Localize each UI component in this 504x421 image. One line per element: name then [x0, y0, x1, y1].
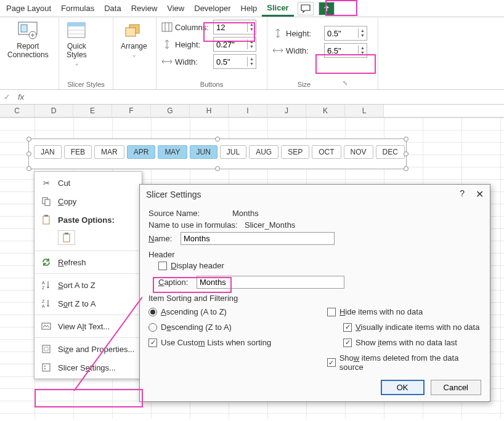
- dialog-title: Slicer Settings: [146, 190, 201, 199]
- col-header[interactable]: F: [112, 105, 151, 117]
- name-input[interactable]: [181, 232, 335, 245]
- settings-icon: [41, 362, 52, 373]
- visually-indicate-checkbox[interactable]: ✓: [343, 323, 352, 332]
- header-section-label: Header: [148, 250, 481, 259]
- slicer-item[interactable]: MAY: [158, 145, 187, 159]
- slicer-item[interactable]: OCT: [312, 145, 341, 159]
- menu-copy[interactable]: Copy: [35, 192, 142, 210]
- report-connections-icon: [18, 21, 38, 41]
- slicer-item[interactable]: JUL: [220, 145, 246, 159]
- menu-sort-az[interactable]: AZSort A to Z: [35, 276, 142, 294]
- size-width-spinner[interactable]: ▲▼: [324, 43, 367, 58]
- tab-slicer[interactable]: Slicer: [262, 1, 293, 17]
- comments-button[interactable]: [298, 2, 314, 15]
- button-width-spinner[interactable]: ▲▼: [213, 54, 256, 69]
- col-header[interactable]: D: [35, 105, 73, 117]
- col-header[interactable]: E: [73, 105, 112, 117]
- slicer-item[interactable]: FEB: [64, 145, 92, 159]
- svg-text:A: A: [42, 304, 45, 308]
- height-icon: [272, 28, 283, 39]
- menu-sort-za[interactable]: ZASort Z to A: [35, 294, 142, 313]
- cancel-icon[interactable]: ✓: [0, 92, 14, 102]
- svg-point-26: [44, 368, 46, 369]
- formula-name-value: Slicer_Months: [245, 220, 295, 230]
- slicer-item[interactable]: APR: [127, 145, 156, 159]
- ok-button[interactable]: OK: [381, 380, 425, 395]
- slicer[interactable]: JANFEBMARAPRMAYJUNJULAUGSEPOCTNOVDEC: [28, 138, 407, 169]
- arrange-button[interactable]: Arrange ⌵: [118, 20, 150, 59]
- tab-developer[interactable]: Developer: [189, 1, 235, 15]
- col-header[interactable]: L: [345, 105, 384, 117]
- slicer-item[interactable]: JUN: [190, 145, 217, 159]
- menu-cut[interactable]: ✂Cut: [35, 174, 142, 192]
- descending-radio[interactable]: [148, 323, 157, 332]
- height-icon: [161, 39, 173, 50]
- size-width-label: Width:: [286, 46, 322, 55]
- display-header-checkbox[interactable]: [158, 262, 167, 270]
- slicer-item[interactable]: AUG: [249, 145, 278, 159]
- col-header[interactable]: G: [151, 105, 190, 117]
- show-deleted-checkbox[interactable]: ✓: [327, 358, 336, 367]
- menu-size-properties[interactable]: Size and Properties...: [35, 340, 142, 358]
- menu-refresh[interactable]: Refresh: [35, 253, 142, 271]
- tab-page-layout[interactable]: Page Layout: [1, 1, 56, 15]
- col-header[interactable]: I: [229, 105, 267, 117]
- show-last-checkbox[interactable]: ✓: [343, 339, 352, 347]
- menu-paste-options: Paste Options:: [35, 210, 142, 229]
- slicer-item[interactable]: SEP: [281, 145, 309, 159]
- help-button[interactable]: ?: [460, 188, 465, 200]
- formula-input[interactable]: [28, 90, 504, 104]
- col-header[interactable]: J: [267, 105, 306, 117]
- ribbon-content: Report Connections Quick Styles ⌵ Slicer…: [0, 17, 504, 90]
- col-header[interactable]: H: [190, 105, 229, 117]
- report-connections-button[interactable]: Report Connections: [5, 20, 51, 60]
- size-height-spinner[interactable]: ▲▼: [324, 26, 367, 41]
- ascending-label: Ascending (A to Z): [161, 307, 227, 316]
- caption-input[interactable]: [197, 276, 344, 289]
- slicer-item[interactable]: DEC: [376, 145, 405, 159]
- paste-option[interactable]: [58, 230, 75, 245]
- refresh-icon: [41, 257, 52, 268]
- hide-items-label: Hide items with no data: [339, 307, 423, 316]
- slicer-item[interactable]: NOV: [344, 145, 373, 159]
- custom-lists-checkbox[interactable]: ✓: [148, 339, 157, 347]
- columns-icon: [161, 22, 173, 33]
- custom-lists-label: Use Custom Lists when sorting: [161, 338, 271, 347]
- ascending-radio[interactable]: [148, 308, 157, 316]
- svg-rect-22: [42, 323, 51, 329]
- close-button[interactable]: ✕: [476, 188, 484, 200]
- width-icon: [161, 56, 173, 67]
- width-icon: [272, 45, 283, 56]
- quick-styles-button[interactable]: Quick Styles ⌵: [64, 20, 89, 68]
- col-header[interactable]: C: [0, 105, 35, 117]
- columns-spinner[interactable]: ▲▼: [213, 20, 256, 34]
- svg-rect-24: [43, 364, 50, 371]
- sort-az-icon: AZ: [41, 279, 52, 291]
- worksheet-grid[interactable]: JANFEBMARAPRMAYJUNJULAUGSEPOCTNOVDEC ✂Cu…: [0, 118, 504, 419]
- cancel-button[interactable]: Cancel: [431, 380, 481, 395]
- tab-view[interactable]: View: [162, 1, 189, 15]
- hide-items-checkbox[interactable]: [327, 308, 336, 316]
- tab-data[interactable]: Data: [99, 1, 126, 15]
- show-last-label: Show items with no data last: [356, 338, 457, 347]
- slicer-item[interactable]: MAR: [94, 145, 124, 159]
- chevron-down-icon: ⌵: [132, 52, 136, 58]
- cut-icon: ✂: [41, 177, 52, 188]
- svg-rect-17: [65, 233, 68, 235]
- group-buttons-label: Buttons: [161, 79, 262, 88]
- fx-icon[interactable]: fx: [14, 92, 28, 102]
- formula-bar: ✓ fx: [0, 90, 504, 105]
- svg-rect-23: [43, 345, 50, 353]
- share-button[interactable]: [319, 2, 335, 15]
- formula-name-label: Name to use in formulas:: [148, 220, 241, 230]
- col-header[interactable]: K: [306, 105, 345, 117]
- svg-rect-16: [63, 234, 70, 242]
- dialog-launcher-icon[interactable]: ⤡: [343, 79, 348, 88]
- context-menu: ✂Cut Copy Paste Options: Refresh AZSort …: [34, 171, 142, 379]
- tab-formulas[interactable]: Formulas: [56, 1, 99, 15]
- menu-slicer-settings[interactable]: Slicer Settings...: [35, 358, 142, 377]
- tab-help[interactable]: Help: [236, 1, 262, 15]
- button-height-spinner[interactable]: ▲▼: [213, 37, 256, 52]
- tab-review[interactable]: Review: [126, 1, 163, 15]
- slicer-item[interactable]: JAN: [34, 145, 62, 159]
